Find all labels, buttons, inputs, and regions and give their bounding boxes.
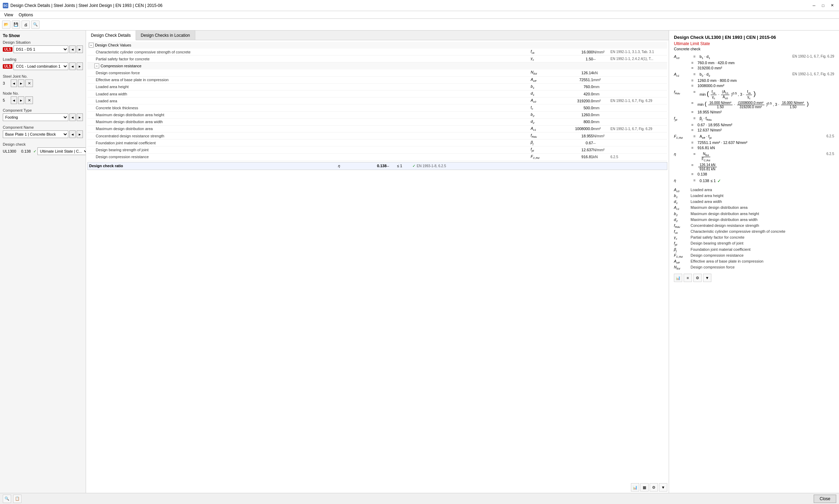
row-unit: mm [593, 92, 610, 96]
formula-row-fcrd-3: = 916.81 kN [674, 146, 834, 150]
eq-eta-final: = [693, 178, 697, 182]
formula-row-fjd-2: = 0.67 · 18.955 N/mm² [674, 123, 834, 127]
design-situation-next[interactable]: ► [77, 45, 83, 53]
component-name-prev[interactable]: ◄ [69, 130, 76, 138]
right-panel-title: Design Check UL1300 | EN 1993 | CEN | 20… [674, 35, 834, 40]
icon-btn-1[interactable]: 📊 [631, 483, 639, 492]
expr-fjd-2: 0.67 · 18.955 N/mm² [697, 123, 834, 127]
legend-row: d1 Loaded area width [674, 199, 834, 205]
row-symbol: b2 [531, 112, 551, 118]
eq-fcrd: = [693, 134, 697, 138]
row-symbol: b1 [531, 84, 551, 89]
status-search-button[interactable]: 🔍 [3, 495, 11, 503]
component-name-row: Base Plate 1 | Concrete Block ◄ ► [3, 130, 83, 138]
row-unit: kN [593, 155, 610, 159]
icon-btn-3[interactable]: ⚙ [650, 483, 658, 492]
icon-btn-2[interactable]: ▦ [640, 483, 649, 492]
maximize-button[interactable]: □ [819, 2, 827, 9]
formula-row-ac1-3: = 1008000.0 mm² [674, 84, 834, 88]
menu-view[interactable]: View [1, 12, 16, 18]
row-label: Design bearing strength of joint [96, 148, 531, 152]
expr-ac1-2: 1260.0 mm · 800.0 mm [697, 78, 834, 83]
expr-ac1-3: 1008000.0 mm² [697, 84, 834, 88]
expr-ac0-3: 319200.0 mm² [697, 66, 834, 70]
close-button[interactable]: Close [814, 495, 836, 503]
component-type-select[interactable]: Footing [3, 113, 68, 121]
row-unit: mm [593, 85, 610, 89]
right-icon-btn-1[interactable]: 📊 [674, 274, 682, 282]
formula-row-ac0-3: = 319200.0 mm² [674, 66, 834, 70]
eq-fcrd-2: = [691, 140, 695, 145]
right-icon-btn-3[interactable]: ⚙ [693, 274, 702, 282]
expr-eta-3: 0.138 [697, 172, 834, 176]
steel-joint-prev[interactable]: ◄ [11, 79, 17, 87]
node-no-label: Node No. [3, 91, 83, 95]
node-reset[interactable]: ✕ [25, 96, 33, 104]
ref-fcrd: 6.2.5 [786, 134, 834, 138]
legend-row: Ac0 Loaded area [674, 188, 834, 193]
component-name-select[interactable]: Base Plate 1 | Concrete Block [3, 130, 68, 138]
loading-next[interactable]: ► [77, 62, 83, 70]
right-icon-btn-4[interactable]: ▼ [703, 274, 711, 282]
design-situation-prev[interactable]: ◄ [69, 45, 76, 53]
tab-design-checks-location[interactable]: Design Checks in Location [136, 31, 195, 40]
loading-select[interactable]: CO1 - Load combination 1 [14, 62, 68, 70]
steel-joint-reset[interactable]: ✕ [25, 79, 33, 87]
legend-sym: b1 [674, 194, 688, 199]
steel-joint-next[interactable]: ► [18, 79, 24, 87]
design-situation-select[interactable]: DS1 - DS 1 [14, 45, 68, 53]
section-toggle-compression[interactable]: − [94, 63, 99, 68]
eq-frdu-3: = [691, 110, 695, 114]
section-header-compression[interactable]: − Compression resistance [87, 62, 667, 69]
right-icon-toolbar: 📊 ≡ ⚙ ▼ [674, 274, 834, 282]
status-info-button[interactable]: 📋 [13, 495, 22, 503]
component-type-prev[interactable]: ◄ [69, 113, 76, 121]
row-symbol: Aeff [531, 77, 551, 83]
section-header-main[interactable]: − Design Check Values [87, 42, 667, 49]
design-check-label: Design check [3, 142, 83, 146]
formula-row-eta-1: η = NEd FC,Rd 6.2.5 [674, 152, 834, 162]
node-prev[interactable]: ◄ [11, 96, 17, 104]
legend-sym: Ac1 [674, 205, 688, 211]
minimize-button[interactable]: ─ [810, 2, 818, 9]
steel-joint-value: 3 [3, 81, 10, 85]
toolbar-save-button[interactable]: 💾 [12, 20, 20, 29]
legend-desc: Characteristic cylinder compressive stre… [691, 229, 834, 234]
row-label: Loaded area height [96, 85, 531, 89]
result-unit: -- [387, 164, 397, 168]
formula-frdu: fRdu = min ( fck γc · (Ac1 Ac0 )0.5 , 3 … [674, 90, 834, 114]
toolbar-zoom-button[interactable]: 🔍 [31, 20, 40, 29]
right-icon-btn-2[interactable]: ≡ [684, 274, 692, 282]
row-label: Maximum design distribution area width [96, 120, 531, 124]
main-layout: To Show Design Situation ULS DS1 - DS 1 … [0, 31, 839, 493]
eq-ac0-2: = [691, 61, 695, 65]
row-label: Partial safety factor for concrete [96, 57, 531, 61]
toolbar-print-button[interactable]: 🖨 [22, 20, 30, 29]
toolbar-open-button[interactable]: 📂 [2, 20, 10, 29]
design-situation-group: Design Situation ULS DS1 - DS 1 ◄ ► [3, 40, 83, 53]
loading-prev[interactable]: ◄ [69, 62, 76, 70]
row-unit: mm [593, 106, 610, 110]
legend-desc: Maximum design distribution area height [691, 212, 834, 217]
legend-sym: γc [674, 235, 688, 240]
legend-row: Aeff Effective area of base plate in com… [674, 259, 834, 264]
section-toggle-main[interactable]: − [89, 43, 94, 48]
tab-design-check-details[interactable]: Design Check Details [86, 31, 136, 40]
close-window-button[interactable]: ✕ [828, 2, 836, 9]
eq-fjd: = [693, 116, 697, 120]
component-name-next[interactable]: ► [77, 130, 83, 138]
component-type-next[interactable]: ► [77, 113, 83, 121]
row-value: 916.81 [551, 155, 593, 159]
result-label: Design check ratio [89, 164, 338, 168]
steel-joint-label: Steel Joint No. [3, 74, 83, 78]
design-check-select[interactable]: Ultimate Limit State | C... [37, 147, 86, 155]
formula-row-fjd-1: fjd = βj · fRdu [674, 116, 834, 121]
icon-btn-4[interactable]: ▼ [659, 483, 667, 492]
menu-options[interactable]: Options [16, 12, 36, 18]
row-label: Foundation joint material coefficient [96, 141, 531, 145]
eq-ac1-3: = [691, 84, 695, 88]
app-icon: SC [3, 3, 8, 8]
toolbar: 📂 💾 🖨 🔍 [0, 19, 839, 31]
node-next[interactable]: ► [18, 96, 24, 104]
formula-row-frdu-2: = min ( 16.000 N/mm² 1.50 · (1008000.0 m… [674, 101, 834, 109]
